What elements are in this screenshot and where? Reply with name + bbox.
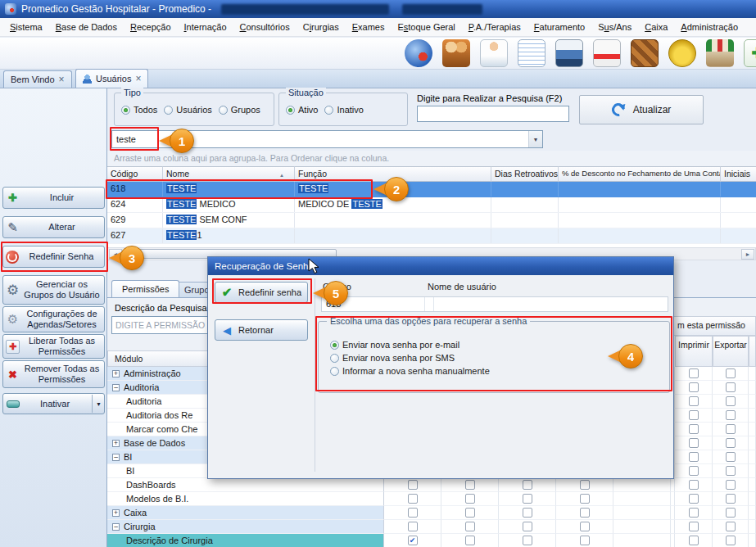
checkbox-unchecked[interactable] <box>726 508 736 518</box>
checkbox-unchecked[interactable] <box>689 466 699 476</box>
checkbox-unchecked[interactable] <box>465 536 475 545</box>
situacao-option-inativo[interactable]: Inativo <box>324 105 363 115</box>
menu-exames[interactable]: Exames <box>346 18 392 37</box>
user-row[interactable]: 627TESTE1 <box>107 228 756 244</box>
checkbox-unchecked[interactable] <box>689 396 699 406</box>
checkbox-unchecked[interactable] <box>580 480 590 490</box>
checkbox-unchecked[interactable] <box>408 494 418 504</box>
checkbox-unchecked[interactable] <box>689 410 699 420</box>
checkbox-unchecked[interactable] <box>523 536 532 545</box>
permission-row[interactable]: –Cirurgia <box>107 520 756 534</box>
checkbox-unchecked[interactable] <box>523 508 532 518</box>
finance-icon[interactable] <box>668 39 696 67</box>
menu-internacao[interactable]: Internação <box>178 18 233 37</box>
checkbox-unchecked[interactable] <box>580 536 590 545</box>
column-header-dias-retroativos[interactable]: Dias Retroativos <box>491 166 559 182</box>
tipo-option-usuarios[interactable]: Usuários <box>164 105 211 115</box>
menu-consultorios[interactable]: Consultórios <box>233 18 297 37</box>
ambulance-icon[interactable] <box>593 39 621 67</box>
scroll-right-icon[interactable] <box>741 249 754 260</box>
checkbox-unchecked[interactable] <box>726 522 736 531</box>
checkbox-unchecked[interactable] <box>523 494 532 504</box>
refresh-button[interactable]: Atualizar <box>579 95 704 124</box>
permission-row[interactable]: DashBoards <box>107 478 756 492</box>
tab-bem-vindo[interactable]: Bem Vindo <box>3 70 72 88</box>
checkbox-unchecked[interactable] <box>726 494 736 504</box>
expand-icon[interactable]: + <box>112 370 120 377</box>
expand-icon[interactable]: + <box>112 509 120 517</box>
dialog-title-bar[interactable]: Recuperação de Senha <box>208 257 673 275</box>
menu-sus-ans[interactable]: Sus/Ans <box>591 18 638 37</box>
chevron-down-icon[interactable] <box>528 131 542 147</box>
return-button[interactable]: Retornar <box>215 319 308 341</box>
checkbox-unchecked[interactable] <box>523 522 532 531</box>
checkbox-unchecked[interactable] <box>580 522 590 531</box>
collapse-icon[interactable]: – <box>112 384 120 391</box>
sidebar-button-remover-todas-as-permissoes[interactable]: Remover Todas as Permissões <box>2 360 105 388</box>
close-icon[interactable] <box>59 74 65 85</box>
checkbox-unchecked[interactable] <box>689 424 699 434</box>
stock-icon[interactable] <box>631 39 659 67</box>
tipo-option-todos[interactable]: Todos <box>121 105 157 115</box>
checkbox-unchecked[interactable] <box>689 522 699 531</box>
checkbox-unchecked[interactable] <box>580 508 590 518</box>
checkbox-unchecked[interactable] <box>726 536 736 545</box>
checkbox-unchecked[interactable] <box>689 368 699 378</box>
checkbox-unchecked[interactable] <box>726 410 736 420</box>
checkbox-unchecked[interactable] <box>689 508 699 518</box>
bed-icon[interactable] <box>555 39 583 67</box>
sidebar-button-inativar[interactable]: Inativar <box>2 393 105 414</box>
menu-cirurgias[interactable]: Cirurgias <box>297 18 346 37</box>
checkbox-unchecked[interactable] <box>726 480 736 490</box>
checkbox-unchecked[interactable] <box>465 480 475 490</box>
checkbox-unchecked[interactable] <box>408 508 418 518</box>
tab-permissoes[interactable]: Permissões <box>111 280 179 297</box>
permission-row[interactable]: +Caixa <box>107 506 756 520</box>
menu-administracao[interactable]: Administração <box>674 18 745 37</box>
expand-icon[interactable]: + <box>112 440 120 447</box>
checkbox-unchecked[interactable] <box>689 382 699 392</box>
checkbox-unchecked[interactable] <box>726 424 736 434</box>
checkbox-unchecked[interactable] <box>726 452 736 462</box>
checkbox-unchecked[interactable] <box>689 452 699 462</box>
menu-p-a-terapias[interactable]: P.A./Terapias <box>462 18 527 37</box>
menu-base-de-dados[interactable]: Base de Dados <box>49 18 124 37</box>
user-row[interactable]: 629TESTE SEM CONF <box>107 213 756 228</box>
menu-sistema[interactable]: Sistema <box>3 18 49 37</box>
checkbox-unchecked[interactable] <box>726 438 736 448</box>
doctor-icon[interactable] <box>480 39 508 67</box>
checkbox-unchecked[interactable] <box>580 494 590 504</box>
menu-recepcao[interactable]: Recepção <box>124 18 178 37</box>
collapse-icon[interactable]: – <box>112 454 120 461</box>
checkbox-unchecked[interactable] <box>689 494 699 504</box>
records-icon[interactable] <box>518 39 545 67</box>
checkbox-unchecked[interactable] <box>465 494 475 504</box>
sidebar-button-configuracoes-de-agendas-setores[interactable]: Configurações de Agendas/Setores <box>2 306 105 332</box>
checkbox-checked[interactable] <box>408 536 418 545</box>
checkbox-unchecked[interactable] <box>726 368 736 378</box>
checkbox-unchecked[interactable] <box>689 536 699 545</box>
checkbox-unchecked[interactable] <box>465 522 475 531</box>
permission-row[interactable]: Modelos de B.I. <box>107 492 756 506</box>
checkbox-unchecked[interactable] <box>465 508 475 518</box>
column-header-exportar[interactable]: Exportar <box>713 336 749 367</box>
user-row[interactable]: 624TESTE MEDICOMEDICO DE TESTE <box>107 197 756 213</box>
sidebar-button-incluir[interactable]: Incluir <box>2 187 105 209</box>
tipo-option-grupos[interactable]: Grupos <box>219 105 260 115</box>
sidebar-button-liberar-todas-as-permissoes[interactable]: Liberar Todas as Permissões <box>2 334 105 359</box>
menu-estoque-geral[interactable]: Estoque Geral <box>391 18 461 37</box>
search-input[interactable] <box>417 106 569 122</box>
menu-caixa[interactable]: Caixa <box>638 18 674 37</box>
pharmacy-icon[interactable] <box>744 39 756 67</box>
checkbox-unchecked[interactable] <box>726 396 736 406</box>
reception-icon[interactable] <box>442 39 470 67</box>
sidebar-button-gerenciar-os-grupos-do-usuario[interactable]: Gerenciar os Grupos do Usuário <box>2 275 105 305</box>
checkbox-unchecked[interactable] <box>408 522 418 531</box>
checkbox-unchecked[interactable] <box>408 480 418 490</box>
checkbox-unchecked[interactable] <box>726 466 736 476</box>
situacao-option-ativo[interactable]: Ativo <box>286 105 318 115</box>
market-icon[interactable] <box>706 39 734 67</box>
column-header-iniciais[interactable]: Iniciais <box>721 166 756 182</box>
checkbox-unchecked[interactable] <box>689 438 699 448</box>
tab-usuarios[interactable]: Usuários <box>75 69 148 88</box>
